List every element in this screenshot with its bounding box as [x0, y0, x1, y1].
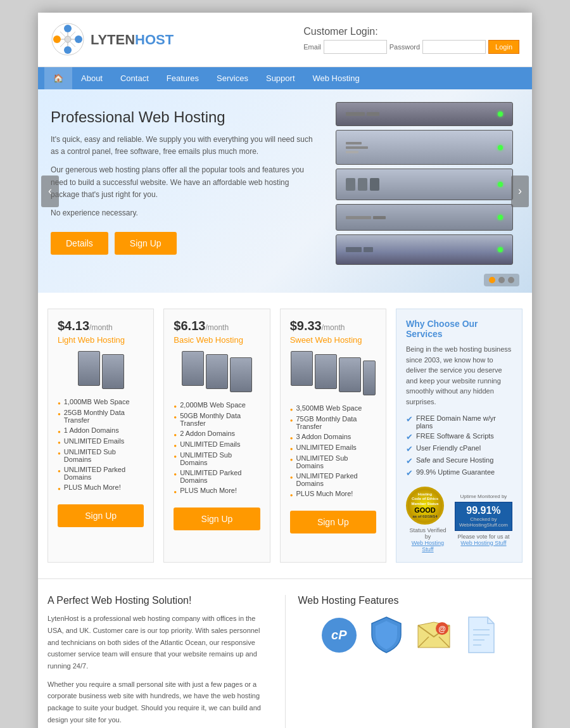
vote-label: Please vote for us at: [455, 533, 512, 540]
plan2-feature-1: ●2,000MB Web Space: [174, 400, 260, 411]
why-check-4: ✔Safe and Secure Hosting: [406, 455, 512, 467]
shield-icon: [370, 616, 402, 654]
svg-point-1: [64, 25, 72, 32]
logo-icon: [51, 22, 86, 57]
hero-dot-3[interactable]: [508, 277, 514, 283]
plan1-feature-3: ●1 Addon Domains: [58, 425, 144, 436]
hero-title: Professional Web Hosting: [51, 108, 317, 126]
cpanel-feature-icon: cP: [320, 616, 358, 654]
status-link-1[interactable]: Web Hosting Stuff: [406, 540, 450, 552]
uptime-checked: Checked byWebHostingStuff.com: [459, 516, 508, 528]
plan1-title: Light Web Hosting: [58, 335, 144, 345]
vote-link[interactable]: Web Hosting Stuff: [455, 540, 512, 546]
pricing-section: $4.13/month Light Web Hosting ●1,000MB W…: [38, 293, 532, 579]
why-choose-box: Why Choose Our Services Being in the web…: [396, 309, 522, 563]
plan2-period: /month: [205, 323, 229, 332]
plan2-signup-button[interactable]: Sign Up: [174, 508, 260, 530]
uptime-badge: 99.91% Checked byWebHostingStuff.com: [455, 502, 512, 531]
login-area: Customer Login: Email Password Login: [303, 26, 519, 54]
details-button[interactable]: Details: [51, 232, 108, 255]
plan1-features: ●1,000MB Web Space ●25GB Monthly Data Tr…: [58, 397, 144, 493]
plan2-features: ●2,000MB Web Space ●50GB Monthly Data Tr…: [174, 400, 260, 496]
uptime-monitored-label: Uptime Monitored by: [455, 494, 512, 499]
nav-home-icon[interactable]: 🏠: [44, 67, 72, 89]
email-label: Email: [303, 43, 321, 51]
plan1-feature-5: ●UNLIMITED Sub Domains: [58, 447, 144, 464]
nav-contact[interactable]: Contact: [111, 67, 158, 89]
plan2-title: Basic Web Hosting: [174, 335, 260, 345]
navigation: 🏠 About Contact Features Services Suppor…: [38, 67, 532, 89]
shield-feature-icon: [367, 616, 405, 654]
plan1-price: $4.13: [58, 319, 89, 333]
plan3-signup-button[interactable]: Sign Up: [290, 511, 376, 533]
logo: LYTENHOST: [51, 22, 174, 57]
why-check-2: ✔FREE Software & Scripts: [406, 431, 512, 443]
plan1-image: [58, 351, 144, 389]
badges-area: Hosting Code of Ethics Member Status GOO…: [406, 487, 512, 552]
hero-para3: No experience necessary.: [51, 207, 317, 219]
hero-content: Professional Web Hosting It's quick, eas…: [51, 108, 317, 255]
uptime-number: 99.91%: [459, 505, 508, 516]
plan1-feature-4: ●UNLIMITED Emails: [58, 436, 144, 447]
nav-services[interactable]: Services: [208, 67, 257, 89]
hero-banner: ‹ Professional Web Hosting It's quick, e…: [38, 89, 532, 293]
password-input[interactable]: [422, 40, 486, 54]
plan2-feature-4: ●UNLIMITED Emails: [174, 439, 260, 450]
plan3-feature-3: ●3 Addon Domains: [290, 431, 376, 442]
hosting-badge: Hosting Code of Ethics Member Status GOO…: [406, 487, 450, 552]
feature-icons: cP @: [298, 616, 523, 654]
pricing-plan-light: $4.13/month Light Web Hosting ●1,000MB W…: [48, 309, 154, 563]
bottom-title: A Perfect Web Hosting Solution!: [48, 595, 272, 606]
badge-date: as of 02/19/14: [411, 514, 438, 519]
plan2-feature-7: ●PLUS Much More!: [174, 485, 260, 496]
hero-dots: [484, 274, 519, 286]
email-input[interactable]: [324, 40, 387, 54]
why-choose-desc: Being in the web hosting business since …: [406, 344, 512, 407]
pricing-plan-sweet: $9.33/month Sweet Web Hosting ●3,500MB W…: [280, 309, 386, 563]
nav-support[interactable]: Support: [257, 67, 304, 89]
hero-dot-2[interactable]: [498, 277, 505, 283]
nav-features[interactable]: Features: [158, 67, 208, 89]
hero-dot-1[interactable]: [489, 277, 495, 283]
plan2-price: $6.13: [174, 319, 205, 333]
plan3-features: ●3,500MB Web Space ●75GB Monthly Data Tr…: [290, 403, 376, 499]
password-label: Password: [390, 43, 420, 51]
svg-point-2: [64, 46, 72, 54]
plan3-period: /month: [322, 323, 345, 332]
bottom-para2: Whether you require a small personal sit…: [48, 679, 272, 726]
badge-member-status: Member Status: [411, 502, 438, 506]
plan3-feature-5: ●UNLIMITED Sub Domains: [290, 453, 376, 471]
plan1-signup-button[interactable]: Sign Up: [58, 504, 144, 527]
hero-para1: It's quick, easy and reliable. We supply…: [51, 134, 317, 158]
plan2-feature-5: ●UNLIMITED Sub Domains: [174, 450, 260, 468]
svg-point-4: [75, 35, 82, 43]
email-feature-icon: @: [415, 616, 453, 654]
plan3-feature-4: ●UNLIMITED Emails: [290, 442, 376, 453]
nav-about[interactable]: About: [72, 67, 111, 89]
pricing-plan-basic: $6.13/month Basic Web Hosting ●2,000MB W…: [163, 309, 270, 563]
nav-web-hosting[interactable]: Web Hosting: [304, 67, 369, 89]
plan1-feature-7: ●PLUS Much More!: [58, 482, 144, 493]
plan2-feature-3: ●2 Addon Domains: [174, 428, 260, 439]
signup-hero-button[interactable]: Sign Up: [115, 232, 177, 255]
why-check-1: ✔FREE Domain Name w/yr plans: [406, 413, 512, 431]
hero-next-button[interactable]: ›: [511, 176, 529, 207]
server-image: [336, 102, 513, 241]
plan3-title: Sweet Web Hosting: [290, 335, 376, 345]
doc-feature-icon: [462, 616, 500, 654]
hero-prev-button[interactable]: ‹: [41, 176, 59, 207]
plan3-feature-7: ●PLUS Much More!: [290, 489, 376, 499]
badge-good: GOOD: [411, 506, 438, 514]
hero-buttons: Details Sign Up: [51, 232, 317, 255]
plan3-image: [290, 351, 376, 395]
bottom-right: Web Hosting Features cP: [298, 595, 523, 728]
uptime-badge-area: Uptime Monitored by 99.91% Checked byWeb…: [455, 494, 512, 546]
cpanel-icon: cP: [322, 618, 357, 653]
login-button[interactable]: Login: [488, 40, 519, 54]
good-badge-circle: Hosting Code of Ethics Member Status GOO…: [406, 487, 444, 525]
plan2-feature-6: ●UNLIMITED Parked Domains: [174, 468, 260, 485]
plan1-period: /month: [89, 323, 113, 332]
why-choose-title: Why Choose Our Services: [406, 319, 512, 339]
plan2-image: [174, 351, 260, 392]
email-icon: @: [415, 619, 453, 651]
